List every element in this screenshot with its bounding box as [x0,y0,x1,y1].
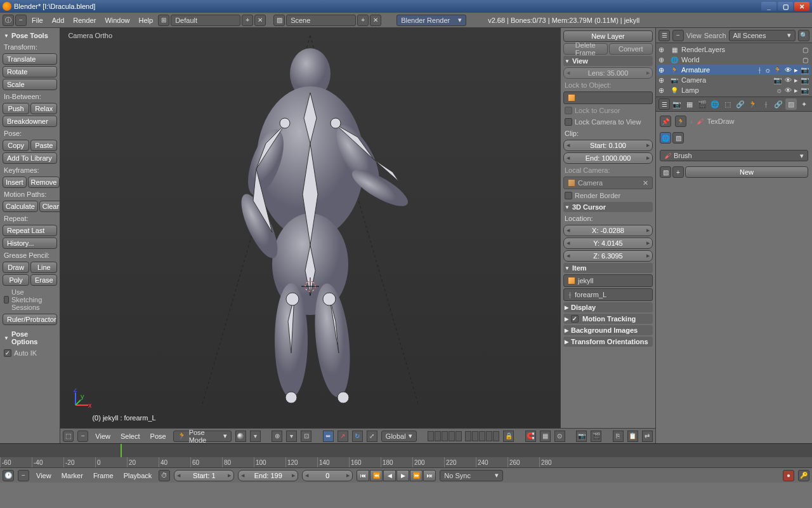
lock-object-field[interactable] [563,91,653,104]
minimize-button[interactable]: _ [761,2,776,11]
world-tab-icon[interactable]: 🌐 [709,98,721,110]
layout-delete-button[interactable]: ✕ [254,15,266,26]
scene-delete-button[interactable]: ✕ [370,15,381,26]
lock-camera-check[interactable]: Lock Camera to View [563,117,653,127]
manip-only-icon[interactable]: ⊡ [301,431,311,442]
repeat-last-button[interactable]: Repeat Last [3,225,57,236]
editor-type-props-icon[interactable]: ☰ [658,98,670,110]
particles-tab-icon[interactable]: ✦ [798,98,809,110]
lock-layers-icon[interactable]: 🔒 [503,431,514,442]
render-anim-icon[interactable]: 🎬 [591,431,601,442]
select-menu[interactable]: Select [117,431,143,441]
menu-collapse-icon[interactable]: − [15,15,27,26]
layers-tab-icon[interactable]: ▦ [684,98,695,110]
render-tab-icon[interactable]: 📷 [671,98,683,110]
timeline-ruler[interactable]: -60 -40 -20 0 20 40 60 80 100 120 140 16… [0,457,812,467]
keyframe-prev-button[interactable]: ⏪ [370,470,383,481]
pivot-icon[interactable]: ⊕ [272,431,282,442]
render-engine-selector[interactable]: Blender Render▾ [396,15,466,26]
tree-row-armature[interactable]: ⊕🏃Armature⟊☼🏃👁▸📷 [657,65,811,75]
editor-type-outliner-icon[interactable]: ☰ [658,30,670,41]
render-border-check[interactable]: Render Border [563,190,653,201]
texture-tab-icon[interactable]: ▨ [785,98,797,110]
delete-frame-button[interactable]: Delete Frame [563,43,608,55]
menu-file[interactable]: File [28,15,47,25]
armature-tab-icon[interactable]: 🏃 [747,98,759,110]
draw-button[interactable]: Draw [3,262,29,273]
display-panel-header[interactable]: Display [563,302,653,312]
layout-selector[interactable]: Default [171,15,240,26]
tree-row-lamp[interactable]: ⊕💡Lamp☼👁▸📷 [657,85,811,95]
push-button[interactable]: Push [3,103,29,114]
scene-browse-icon[interactable]: ▨ [273,15,285,26]
item-panel-header[interactable]: Item [563,263,653,273]
timeline-frame-menu[interactable]: Frame [90,471,117,481]
menu-window[interactable]: Window [101,15,133,25]
texture-slot-icon[interactable]: ▨ [660,166,671,178]
timeline-view-menu[interactable]: View [33,471,55,481]
view-panel-header[interactable]: View [563,56,653,66]
outliner-scope-selector[interactable]: All Scenes▾ [729,30,796,41]
clip-start-field[interactable]: Start: 0.100 [563,140,653,151]
rotate-manip-icon[interactable]: ↻ [352,431,363,442]
transform-orient-header[interactable]: Transform Orientations [563,337,653,347]
paste-button[interactable]: Paste [30,140,57,151]
scale-button[interactable]: Scale [3,79,57,90]
shading-dropdown-icon[interactable]: ▾ [250,431,261,442]
shading-sphere-icon[interactable] [235,431,246,442]
remove-button[interactable]: Remove [28,177,60,188]
collapse-menu-icon[interactable]: − [77,431,88,442]
world-context-icon[interactable]: 🌐 [660,132,671,144]
keying-set-icon[interactable]: 🔑 [798,470,809,481]
snap-target-icon[interactable]: ⊙ [554,431,565,442]
editor-type-timeline-icon[interactable]: 🕐 [3,470,14,481]
menu-add[interactable]: Add [48,15,69,25]
cursor-y-field[interactable]: Y: 4.0145 [563,237,653,249]
paste-pose-icon[interactable]: 📋 [627,431,638,442]
layout-add-button[interactable]: + [242,15,253,26]
translate-manip-icon[interactable]: ↗ [337,431,348,442]
relax-button[interactable]: Relax [30,103,57,114]
insert-button[interactable]: Insert [3,177,27,188]
orientation-selector[interactable]: Global▾ [381,431,417,442]
editor-type-icon[interactable]: ⓘ [3,15,14,26]
auto-keyframe-icon[interactable]: ● [783,470,794,481]
erase-button[interactable]: Erase [30,274,57,286]
jump-end-button[interactable]: ⏭ [423,470,436,481]
copy-button[interactable]: Copy [3,140,29,151]
pivot-dropdown-icon[interactable]: ▾ [286,431,297,442]
outliner-view-menu[interactable]: View [686,32,702,39]
start-frame-field[interactable]: Start: 1 [174,470,234,481]
menu-render[interactable]: Render [69,15,100,25]
tree-row-world[interactable]: ⊕🌐World▢ [657,55,811,65]
keyframe-next-button[interactable]: ⏩ [410,470,422,481]
clear-button[interactable]: Clear [39,201,61,212]
history-button[interactable]: History... [3,237,57,249]
cursor-x-field[interactable]: X: -0.0288 [563,225,653,236]
brush-selector[interactable]: 🖌Brush▾ [660,150,808,161]
scene-tab-icon[interactable]: 🎬 [697,98,708,110]
pin-icon[interactable]: 📌 [660,116,671,127]
constraint-tab-icon[interactable]: 🔗 [735,98,746,110]
lock-cursor-check[interactable]: Lock to Cursor [563,105,653,116]
pose-menu[interactable]: Pose [147,431,169,441]
use-sketch-check[interactable]: Use Sketching Sessions [3,287,57,312]
search-icon[interactable]: 🔍 [798,30,809,41]
new-texture-button[interactable]: New [685,166,808,178]
current-frame-field[interactable]: 0 [302,470,353,481]
breakdowner-button[interactable]: Breakdowner [3,116,57,127]
lens-field[interactable]: Lens: 35.000 [563,67,653,79]
tree-row-camera[interactable]: ⊕📷Camera📷👁▸📷 [657,75,811,85]
sync-selector[interactable]: No Sync▾ [440,470,503,481]
snap-type-icon[interactable]: ▦ [540,431,551,442]
poly-button[interactable]: Poly [3,274,29,286]
bg-images-header[interactable]: Background Images [563,325,653,335]
view-menu[interactable]: View [92,431,114,441]
snap-toggle-icon[interactable]: 🧲 [525,431,536,442]
line-button[interactable]: Line [30,262,57,273]
convert-button[interactable]: Convert [609,43,653,55]
timeline-area[interactable]: -60 -40 -20 0 20 40 60 80 100 120 140 16… [0,443,812,467]
scale-manip-icon[interactable]: ⤢ [367,431,377,442]
cursor-z-field[interactable]: Z: 6.3095 [563,250,653,262]
pose-options-header[interactable]: Pose Options [3,329,57,347]
